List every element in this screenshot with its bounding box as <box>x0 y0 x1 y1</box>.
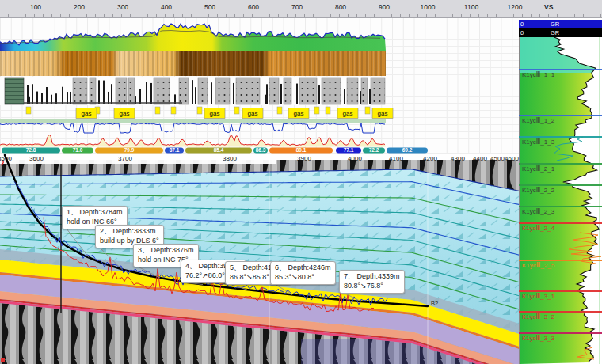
segment-bar-value: 69.2 <box>402 147 413 153</box>
ruler-tick-400: 400 <box>161 3 172 11</box>
lithology-block-sand <box>236 78 260 104</box>
segment-bar-value: 77.1 <box>344 147 354 153</box>
target-b2-label: B2 <box>431 300 438 307</box>
segment-bar-value: 86.3 <box>256 147 266 153</box>
lithology-bar <box>266 84 268 104</box>
lithology-bar <box>111 84 112 104</box>
lithology-block-sand <box>215 78 230 104</box>
segment-bar-value: 79.9 <box>124 147 135 153</box>
lithology-bar <box>369 89 371 104</box>
lithology-bar <box>192 80 193 104</box>
gr-panel-canvas[interactable] <box>519 37 602 364</box>
gas-show-label: gas <box>210 110 220 117</box>
segment-bar-value: 85.4 <box>214 147 224 153</box>
gas-tick <box>197 107 202 114</box>
annotation-depth-text: 7、 Depth:4339m <box>344 272 400 282</box>
lithology-block-sand <box>154 78 170 104</box>
lithology-block-sand <box>269 78 279 104</box>
lithology-bar <box>98 80 100 104</box>
ruler-tick-700: 700 <box>291 3 303 11</box>
annotation-depth-text: 6、 Depth:4246m <box>275 264 331 273</box>
lithology-bar <box>146 82 147 104</box>
lithology-block-sand <box>284 78 291 104</box>
lithology-bar <box>46 87 48 104</box>
gas-tick <box>155 107 160 114</box>
ruler-tick-1100: 1100 <box>464 3 478 11</box>
lithology-bar <box>296 84 298 104</box>
segment-bar-value: 87.1 <box>170 147 180 153</box>
gas-show-label: gas <box>248 110 258 117</box>
lithology-bar <box>360 91 361 104</box>
image-log-texture <box>0 51 386 76</box>
gas-tick <box>326 107 330 114</box>
gas-show-label: gas <box>82 110 92 117</box>
lithology-block-sand <box>299 78 317 104</box>
ruler-tick-300: 300 <box>117 3 128 11</box>
lithology-bar <box>318 85 320 104</box>
geosteering-app-window: VS 1002003004005006007008009001000110012… <box>0 0 602 364</box>
lithology-bar <box>265 95 266 104</box>
lithology-block-sand <box>116 78 127 104</box>
gas-show-label: gas <box>294 110 304 117</box>
annotation-depth-text: 2、 Depth:3833m <box>100 227 159 237</box>
gas-show-label: gas <box>120 110 130 117</box>
lithology-bar <box>195 87 196 104</box>
lithology-block-sand <box>347 78 358 104</box>
gr-track-header-2[interactable]: 0 GR <box>519 28 602 37</box>
depth-strip <box>0 154 276 164</box>
ROP-band <box>0 119 386 123</box>
ruler-tick-1200: 1200 <box>508 3 523 11</box>
ruler-tick-900: 900 <box>379 3 390 11</box>
segment-bar-value: 80.1 <box>296 147 307 153</box>
gr-track-title: GR <box>519 21 591 28</box>
lithology-bar <box>27 85 29 104</box>
gas-tick <box>365 107 370 114</box>
vs-unit-label: VS <box>544 3 553 11</box>
ruler-tick-100: 100 <box>30 3 41 11</box>
lithology-block-sand <box>198 78 208 104</box>
segment-bar-value: 71.0 <box>73 147 83 153</box>
lithology-block-sand <box>371 78 385 104</box>
lithology-block-sand <box>73 78 87 104</box>
lithology-bar <box>62 87 63 104</box>
lithology-bar <box>150 83 152 104</box>
lithology-block-sand <box>361 78 368 104</box>
gr-track-title-2: GR <box>519 29 591 36</box>
lithology-baseline <box>24 102 182 104</box>
annotation-depth-text: 3、 Depth:3876m <box>138 246 194 256</box>
lithology-bar <box>103 81 105 104</box>
lithology-bar <box>32 84 33 104</box>
well-log-tracks-canvas[interactable]: gasgasgasgasgasgasgas72.871.079.987.185.… <box>0 22 428 154</box>
segment-bar-value: 72.8 <box>26 147 36 153</box>
ruler-tick-600: 600 <box>248 3 259 11</box>
trajectory-annotation-6[interactable]: 6、 Depth:4246m85.3°↘80.8° <box>270 261 336 285</box>
gas-show-label: gas <box>378 110 388 117</box>
lithology-bar <box>233 83 234 104</box>
gr-track-header-1[interactable]: 0 GR <box>519 20 602 28</box>
annotation-depth-text: 1、 Depth:3784m <box>67 208 123 218</box>
trajectory-annotation-7[interactable]: 7、 Depth:4339m80.8°↘76.8° <box>339 270 405 294</box>
gas-tick <box>277 107 282 114</box>
gas-tick <box>234 107 239 114</box>
status-marker <box>1 358 5 362</box>
drilling-curve-blue <box>0 123 385 134</box>
lithology-block-coal <box>5 78 24 104</box>
ruler-tick-800: 800 <box>335 3 346 11</box>
gas-tick <box>171 107 176 114</box>
ruler-tick-500: 500 <box>204 3 215 11</box>
lithology-block-sand <box>90 78 96 104</box>
lithology-block-sand <box>322 78 341 104</box>
lithology-bar <box>344 89 345 104</box>
vs-ruler[interactable]: VS 1002003004005006007008009001000110012… <box>0 0 602 18</box>
lithology-block-sand <box>179 78 189 104</box>
annotation-detail-text: 80.8°↘76.8° <box>344 282 400 291</box>
lithology-bar <box>211 82 212 104</box>
lithology-block-sand <box>128 78 135 104</box>
gas-tick <box>26 107 31 114</box>
gas-show-label: gas <box>343 110 353 117</box>
gas-tick <box>314 107 319 114</box>
lithology-bar <box>280 84 282 104</box>
ruler-tick-1000: 1000 <box>421 3 436 11</box>
annotation-detail-text: 85.3°↘80.8° <box>275 273 331 282</box>
seismic-section-canvas[interactable] <box>0 154 519 364</box>
